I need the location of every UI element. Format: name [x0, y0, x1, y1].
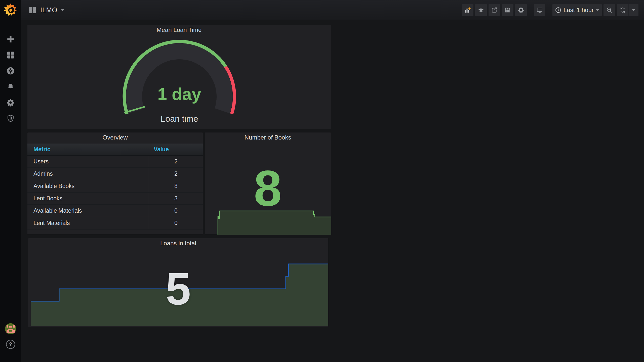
- zoom-out-button[interactable]: [603, 4, 615, 16]
- panel-number-of-books: Number of Books 8: [205, 132, 331, 235]
- panel-title[interactable]: Loans in total: [28, 240, 328, 247]
- create-plus-icon: [6, 35, 15, 43]
- cell-metric: Lent Materials: [27, 220, 149, 227]
- grafana-logo-icon: [3, 2, 19, 18]
- table-row: Users2: [27, 156, 203, 168]
- refresh-button-group: [617, 4, 638, 16]
- tv-mode-button[interactable]: [534, 4, 545, 16]
- time-range-label: Last 1 hour: [564, 7, 594, 14]
- navbar-actions: Last 1 hour: [460, 4, 644, 16]
- table-row: Lent Books3: [27, 193, 203, 205]
- refresh-icon: [619, 7, 626, 13]
- table-row: Available Materials0: [27, 205, 203, 217]
- cell-value: 0: [149, 217, 203, 229]
- save-button[interactable]: [502, 4, 513, 16]
- star-icon: [478, 7, 484, 13]
- share-icon: [491, 7, 498, 13]
- tv-mode-icon: [536, 7, 543, 13]
- panel-title[interactable]: Number of Books: [205, 134, 331, 141]
- sidebar-bottom: ?: [0, 323, 21, 349]
- sidebar-menu: [0, 35, 21, 123]
- refresh-interval-button[interactable]: [628, 4, 638, 16]
- avatar-pixel-art: [5, 323, 16, 334]
- panel-title[interactable]: Overview: [27, 134, 203, 141]
- add-panel-icon: [464, 7, 471, 13]
- explore-compass-icon: [6, 67, 15, 75]
- star-button[interactable]: [475, 4, 487, 16]
- sidebar-item-explore[interactable]: [3, 66, 18, 75]
- overview-table: Metric Value Users2Admins2Available Book…: [27, 144, 203, 230]
- dashboard-settings-button[interactable]: [515, 4, 527, 16]
- time-range-caret-icon: [596, 9, 599, 11]
- time-range-picker[interactable]: Last 1 hour: [552, 4, 602, 16]
- overview-table-header: Metric Value: [27, 144, 203, 156]
- gauge-label: Loan time: [160, 114, 198, 123]
- table-row: Available Books8: [27, 180, 203, 193]
- table-row: Lent Materials0: [27, 217, 203, 230]
- dashboards-squares-icon: [6, 51, 15, 59]
- cell-metric: Lent Books: [27, 195, 149, 202]
- settings-gear-icon: [518, 7, 524, 13]
- panel-overview: Overview Metric Value Users2Admins2Avail…: [27, 132, 203, 235]
- books-stat-value: 8: [205, 163, 331, 213]
- sidebar-item-alerting[interactable]: [3, 82, 18, 91]
- sidebar-item-dashboards[interactable]: [3, 51, 18, 60]
- column-header-value[interactable]: Value: [149, 146, 203, 153]
- alerting-bell-icon: [6, 82, 15, 91]
- share-button[interactable]: [489, 4, 500, 16]
- overview-table-body: Users2Admins2Available Books8Lent Books3…: [27, 156, 203, 230]
- column-header-metric[interactable]: Metric: [27, 146, 149, 153]
- configuration-gear-icon: [6, 98, 15, 107]
- sidebar-item-create[interactable]: [3, 35, 18, 44]
- user-avatar[interactable]: [5, 323, 16, 334]
- cell-metric: Admins: [27, 170, 149, 177]
- grafana-logo[interactable]: [3, 2, 19, 18]
- cell-metric: Users: [27, 158, 149, 165]
- navbar: ILMO: [21, 0, 644, 20]
- cell-value: 2: [149, 168, 203, 180]
- refresh-button[interactable]: [617, 4, 628, 16]
- clock-icon: [555, 7, 561, 13]
- help-question-icon[interactable]: ?: [6, 340, 15, 349]
- cell-value: 0: [149, 205, 203, 217]
- cell-value: 2: [149, 156, 203, 167]
- panel-loans-in-total: Loans in total 5: [28, 238, 329, 327]
- zoom-out-icon: [606, 7, 613, 13]
- cell-metric: Available Materials: [27, 207, 149, 214]
- server-admin-shield-icon: [6, 114, 15, 123]
- cell-value: 3: [149, 193, 203, 204]
- panel-title[interactable]: Mean Loan Time: [27, 26, 331, 33]
- add-panel-button[interactable]: [462, 4, 473, 16]
- refresh-interval-caret-icon: [632, 9, 635, 11]
- dashboard-title: ILMO: [40, 6, 57, 14]
- dashboard-grid-icon: [28, 6, 37, 14]
- cell-value: 8: [149, 180, 203, 192]
- sidebar-item-server-admin[interactable]: [3, 114, 18, 123]
- cell-metric: Available Books: [27, 183, 149, 190]
- dashboard-caret-icon: [61, 9, 64, 11]
- loans-stat-value: 5: [28, 266, 328, 311]
- gauge-value: 1 day: [157, 84, 201, 104]
- sidebar: ?: [0, 0, 21, 362]
- panel-mean-loan-time: Mean Loan Time 1 dayLoan time: [27, 25, 331, 129]
- table-row: Admins2: [27, 168, 203, 180]
- sidebar-item-configuration[interactable]: [3, 98, 18, 107]
- gauge-chart: 1 dayLoan time: [27, 25, 331, 129]
- save-icon: [504, 7, 511, 13]
- dashboard-title-button[interactable]: ILMO: [21, 6, 64, 14]
